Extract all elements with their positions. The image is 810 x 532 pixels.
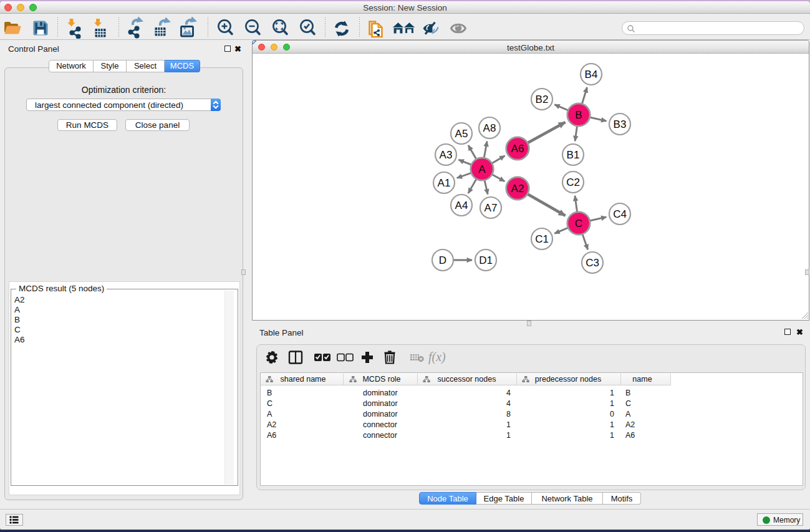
svg-text:B1: B1 bbox=[567, 149, 580, 161]
svg-text:D1: D1 bbox=[479, 254, 493, 266]
svg-text:B3: B3 bbox=[614, 118, 627, 130]
svg-text:A3: A3 bbox=[440, 149, 453, 161]
svg-text:A1: A1 bbox=[438, 177, 451, 189]
svg-text:C2: C2 bbox=[566, 177, 580, 188]
svg-text:A: A bbox=[478, 163, 486, 175]
svg-text:A5: A5 bbox=[455, 128, 468, 140]
svg-text:D: D bbox=[439, 254, 446, 266]
svg-text:A7: A7 bbox=[485, 202, 498, 214]
svg-text:B4: B4 bbox=[585, 69, 598, 80]
svg-text:A6: A6 bbox=[511, 143, 524, 155]
svg-text:C4: C4 bbox=[613, 208, 627, 220]
svg-text:B: B bbox=[575, 109, 582, 121]
svg-text:A4: A4 bbox=[455, 200, 468, 211]
svg-text:B2: B2 bbox=[536, 94, 549, 105]
svg-text:C3: C3 bbox=[586, 257, 599, 269]
svg-text:f(x): f(x) bbox=[428, 350, 446, 364]
svg-text:C1: C1 bbox=[535, 233, 549, 245]
svg-text:C: C bbox=[575, 218, 582, 230]
svg-text:A8: A8 bbox=[483, 122, 496, 134]
svg-text:A2: A2 bbox=[511, 183, 524, 195]
